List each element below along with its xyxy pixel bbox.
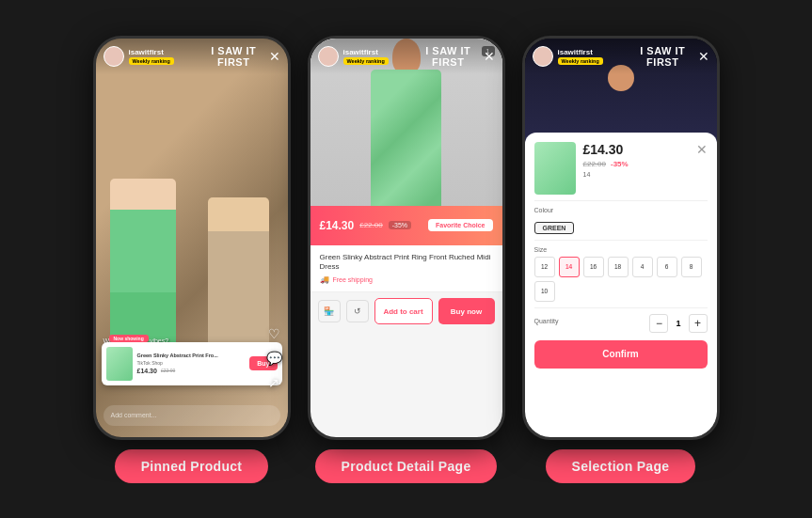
avatar — [103, 46, 124, 67]
buy-now-button[interactable]: Buy now — [438, 298, 495, 324]
product-info-section: Green Slinky Abstract Print Ring Front R… — [310, 245, 502, 292]
sel-stock: 14 — [583, 171, 629, 178]
divider-1 — [534, 200, 708, 201]
sel-product-row: £14.30 £22.00 -35% 14 — [534, 142, 629, 195]
tiktok-header-3: isawitfirst Weekly ranking I SAW IT FIRS… — [525, 39, 717, 74]
size-option-14[interactable]: 14 — [559, 257, 580, 277]
qty-decrease-button[interactable]: − — [649, 314, 668, 333]
product-price: £14.30 — [320, 219, 355, 232]
close-icon-3[interactable]: ✕ — [698, 49, 709, 64]
sel-header: £14.30 £22.00 -35% 14 ✕ — [534, 142, 708, 195]
size-option-6[interactable]: 6 — [657, 257, 677, 277]
add-comment-bar[interactable]: Add comment... — [103, 405, 280, 426]
selection-page-wrapper: isawitfirst Weekly ranking I SAW IT FIRS… — [522, 36, 720, 483]
avatar-3 — [533, 46, 553, 67]
store-icon-button[interactable]: 🏪 — [318, 300, 341, 322]
weekly-tag: Weekly ranking — [129, 57, 174, 65]
selection-page-phone: isawitfirst Weekly ranking I SAW IT FIRS… — [522, 36, 720, 440]
share-icon[interactable]: ↗ — [268, 375, 279, 390]
size-option-18[interactable]: 18 — [608, 257, 629, 277]
selection-page-label: Selection Page — [546, 449, 696, 483]
product-detail-phone: isawitfirst Weekly ranking I SAW IT FIRS… — [308, 36, 505, 440]
user-info-2: isawitfirst Weekly ranking — [343, 48, 414, 65]
size-option-8[interactable]: 8 — [681, 257, 702, 277]
shipping-row: 🚚 Free shipping — [320, 275, 493, 284]
pinned-product-label: Pinned Product — [115, 449, 269, 483]
video-bg-3: isawitfirst Weekly ranking I SAW IT FIRS… — [525, 39, 717, 437]
product-price-bar: £14.30 £22.00 -35% Favorite Choice — [310, 206, 502, 245]
popup-details: Green Slinky Abstract Print Fro... TikTo… — [137, 353, 246, 374]
sel-price-row: £22.00 -35% — [583, 160, 629, 168]
heart-icon[interactable]: ♡ — [268, 326, 280, 341]
qty-label: Quantity — [534, 318, 559, 324]
username-2: isawitfirst — [343, 48, 414, 56]
free-shipping: Free shipping — [333, 276, 373, 283]
product-old-price: £22.00 — [359, 221, 382, 229]
divider-2 — [534, 240, 708, 241]
popup-store: TikTok Shop — [137, 360, 246, 366]
qty-increase-button[interactable]: + — [689, 314, 708, 333]
pinned-product-phone: isawitfirst Weekly ranking I SAW IT FIRS… — [93, 36, 291, 440]
product-detail-label: Product Detail Page — [315, 449, 498, 483]
truck-icon: 🚚 — [320, 275, 329, 284]
product-name: Green Slinky Abstract Print Ring Front R… — [320, 253, 493, 273]
close-icon-2[interactable]: ✕ — [484, 49, 495, 64]
user-info: isawitfirst Weekly ranking — [129, 48, 199, 65]
sel-old-price: £22.00 — [583, 160, 606, 168]
brand-logo-2: I SAW IT FIRST — [413, 45, 484, 68]
close-icon[interactable]: ✕ — [269, 49, 280, 64]
username: isawitfirst — [129, 48, 199, 56]
qty-value: 1 — [676, 319, 680, 328]
weekly-tag-2: Weekly ranking — [343, 57, 389, 65]
add-to-cart-button[interactable]: Add to cart — [374, 298, 433, 324]
color-option-green[interactable]: GREEN — [534, 222, 575, 234]
user-info-3: isawitfirst Weekly ranking — [558, 48, 629, 65]
confirm-button[interactable]: Confirm — [534, 340, 708, 369]
sel-discount: -35% — [611, 160, 629, 168]
sel-price: £14.30 — [583, 142, 629, 157]
comment-placeholder: Add comment... — [111, 412, 157, 418]
product-actions: 🏪 ↺ Add to cart Buy now — [310, 291, 502, 330]
tiktok-header-2: isawitfirst Weekly ranking I SAW IT FIRS… — [310, 39, 502, 74]
discount-badge: -35% — [389, 221, 411, 229]
username-3: isawitfirst — [558, 48, 629, 56]
weekly-tag-3: Weekly ranking — [558, 57, 603, 65]
size-grid: 1214161846810 — [534, 257, 708, 302]
sel-price-info: £14.30 £22.00 -35% 14 — [583, 142, 629, 195]
side-icons: ♡ 💬 ↗ — [266, 326, 282, 390]
price-left: £14.30 £22.00 -35% — [320, 219, 412, 232]
popup-title: Green Slinky Abstract Print Fro... — [137, 353, 246, 359]
colour-label: Colour — [534, 207, 708, 213]
size-option-10[interactable]: 10 — [534, 281, 555, 302]
size-option-12[interactable]: 12 — [534, 257, 555, 277]
refresh-icon-button[interactable]: ↺ — [346, 300, 369, 322]
brand-logo: I SAW IT FIRST — [199, 45, 269, 68]
popup-old-price: £22.00 — [161, 368, 175, 373]
favorite-button[interactable]: Favorite Choice — [428, 219, 493, 231]
brand-logo-3: I SAW IT FIRST — [628, 45, 698, 68]
video-background: isawitfirst Weekly ranking I SAW IT FIRS… — [96, 39, 288, 437]
popup-product-image — [106, 347, 133, 381]
popup-card: Now showing Green Slinky Abstract Print … — [102, 342, 282, 385]
sel-product-thumb — [534, 142, 576, 195]
size-label: Size — [534, 246, 708, 253]
pinned-product-wrapper: isawitfirst Weekly ranking I SAW IT FIRS… — [93, 36, 291, 483]
popup-price-row: £14.30 £22.00 — [137, 368, 246, 374]
phones-row: isawitfirst Weekly ranking I SAW IT FIRS… — [93, 36, 720, 483]
comment-icon[interactable]: 💬 — [266, 351, 282, 366]
popup-label: Now showing — [109, 335, 149, 342]
selection-overlay: £14.30 £22.00 -35% 14 ✕ Colou — [525, 133, 717, 437]
popup-price: £14.30 — [137, 368, 157, 374]
sel-close-icon[interactable]: ✕ — [696, 142, 708, 157]
qty-row: Quantity − 1 + — [534, 314, 708, 333]
avatar-2 — [318, 46, 339, 67]
video-bg-2: isawitfirst Weekly ranking I SAW IT FIRS… — [310, 39, 502, 437]
qty-controls: − 1 + — [649, 314, 707, 333]
product-detail-wrapper: isawitfirst Weekly ranking I SAW IT FIRS… — [308, 36, 505, 483]
divider-3 — [534, 307, 708, 308]
tiktok-header: isawitfirst Weekly ranking I SAW IT FIRS… — [96, 39, 288, 74]
size-option-4[interactable]: 4 — [632, 257, 653, 277]
size-option-16[interactable]: 16 — [583, 257, 604, 277]
